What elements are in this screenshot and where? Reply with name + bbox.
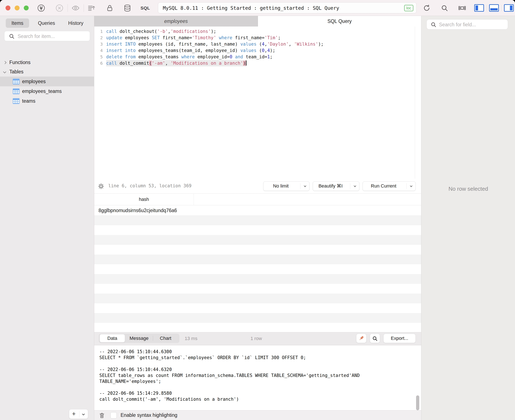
cursor-position-status: line 6, column 53, location 369 xyxy=(108,183,192,188)
line-number: 2 xyxy=(94,35,103,41)
eye-preview-icon[interactable] xyxy=(71,4,80,12)
tab-sql-query[interactable]: SQL Query xyxy=(258,16,421,27)
empty-grid-row xyxy=(94,225,421,235)
code-line[interactable]: 5delete from employees_teams where emplo… xyxy=(94,54,413,60)
code-line[interactable]: 4insert into employees_teams(team_id, em… xyxy=(94,47,413,54)
empty-grid-row xyxy=(94,313,421,323)
empty-grid-row xyxy=(94,323,421,332)
log-entry: -- 2022-06-06 15:14:29.8580 call dolt_co… xyxy=(99,390,409,402)
tab-data[interactable]: Data xyxy=(100,334,125,342)
pin-icon xyxy=(358,335,365,342)
table-name: employees_teams xyxy=(22,89,62,94)
sidebar-search-placeholder: Search for item... xyxy=(18,34,55,39)
empty-grid-row xyxy=(94,235,421,245)
chevron-down-icon xyxy=(3,70,7,75)
editor-tab-bar: employees SQL Query xyxy=(94,16,421,27)
tree-group-tables[interactable]: Tables xyxy=(0,67,94,77)
plus-icon: + xyxy=(72,410,76,417)
left-panel-glyph xyxy=(476,6,478,10)
pin-result-button[interactable] xyxy=(356,334,366,343)
chevron-right-icon xyxy=(3,60,8,65)
button-divider xyxy=(406,183,407,189)
table-icon xyxy=(13,89,20,94)
empty-grid-row xyxy=(94,284,421,293)
results-header-row: hash xyxy=(94,194,421,205)
tab-message[interactable]: Message xyxy=(125,334,153,342)
code-line[interactable]: 1call dolt_checkout('-b','modifications'… xyxy=(94,28,413,35)
code-line[interactable]: 6call dolt_commit('-am', 'Modifications … xyxy=(94,60,413,66)
sidebar-item-employees[interactable]: employees xyxy=(0,77,94,86)
tab-chart[interactable]: Chart xyxy=(153,334,178,342)
zoom-window-button[interactable] xyxy=(24,6,29,10)
refresh-icon[interactable] xyxy=(423,4,431,12)
sidebar-tab-history[interactable]: History xyxy=(64,18,88,28)
empty-grid-row xyxy=(94,293,421,303)
code-text: insert INTO employees (id, first_name, l… xyxy=(106,41,323,47)
tab-employees[interactable]: employees xyxy=(94,16,258,27)
line-number: 5 xyxy=(94,54,103,60)
beautify-button-label: Beautify ⌘I xyxy=(313,182,348,191)
right-panel-glyph xyxy=(510,6,512,10)
add-item-button[interactable]: + xyxy=(69,409,88,419)
search-results-button[interactable] xyxy=(370,334,380,343)
sql-editor[interactable]: 1call dolt_checkout('-b','modifications'… xyxy=(94,27,421,179)
run-queries-list-icon[interactable] xyxy=(87,4,96,12)
toolbar-separator xyxy=(84,4,84,12)
line-number: 4 xyxy=(94,47,103,54)
title-bar: SQL MySQL 8.0.11 : Getting Started : get… xyxy=(0,0,515,16)
log-entry: -- 2022-06-06 15:10:44.6300 SELECT * FRO… xyxy=(99,349,409,361)
tree-group-functions[interactable]: Functions xyxy=(0,58,94,67)
syntax-highlighting-label: Enable syntax highlighting xyxy=(121,412,177,418)
line-number: 3 xyxy=(94,41,103,47)
trash-icon[interactable] xyxy=(99,412,105,419)
sidebar-tab-queries[interactable]: Queries xyxy=(33,18,60,28)
sidebar-item-teams[interactable]: teams xyxy=(0,96,94,106)
beautify-button[interactable]: Beautify ⌘I xyxy=(313,181,359,191)
table-name: employees xyxy=(22,79,46,84)
lock-icon[interactable] xyxy=(106,4,114,12)
code-line[interactable]: 2update employees SET first_name='Timoth… xyxy=(94,35,413,41)
code-text: call dolt_commit('-am', 'Modifications o… xyxy=(106,60,246,66)
limit-dropdown[interactable]: No limit xyxy=(263,181,309,191)
result-row[interactable]: 8gglbpnomudsirns6u2cjeitundq76a6 xyxy=(94,205,421,216)
export-button[interactable]: Export... xyxy=(383,334,416,343)
database-icon[interactable] xyxy=(123,4,132,12)
toggle-left-panel-button[interactable] xyxy=(474,4,484,12)
connection-title-field: MySQL 8.0.11 : Getting Started : getting… xyxy=(158,2,416,13)
empty-grid-row xyxy=(94,245,421,255)
minimize-window-button[interactable] xyxy=(15,6,20,10)
toggle-bottom-panel-button[interactable] xyxy=(489,4,499,12)
log-footer-bar: Enable syntax highlighting xyxy=(94,410,421,420)
sql-mode-label: SQL xyxy=(140,6,150,11)
log-entry: -- 2022-06-06 15:10:44.6320 SELECT table… xyxy=(99,367,409,384)
gear-icon[interactable] xyxy=(98,183,104,190)
editor-status-bar: line 6, column 53, location 369 No limit… xyxy=(94,179,421,194)
sidebar-search-input[interactable]: Search for item... xyxy=(4,31,90,41)
sidebar-item-employees-teams[interactable]: employees_teams xyxy=(0,86,94,96)
results-grid[interactable]: 8gglbpnomudsirns6u2cjeitundq76a6 xyxy=(94,205,421,332)
connection-plug-icon[interactable] xyxy=(37,4,46,12)
tree-group-label: Functions xyxy=(9,60,31,65)
empty-grid-row xyxy=(94,255,421,264)
results-toolbar: Data Message Chart 13 ms 1 row xyxy=(94,332,421,345)
fit-width-icon[interactable] xyxy=(458,4,466,12)
field-search-input[interactable]: Search for field... xyxy=(426,19,508,30)
column-header-hash[interactable]: hash xyxy=(94,194,194,206)
toggle-right-panel-button[interactable] xyxy=(504,4,514,12)
log-scrollbar-thumb[interactable] xyxy=(416,395,419,410)
search-icon[interactable] xyxy=(440,4,449,12)
chevron-down-icon xyxy=(353,184,357,188)
code-line[interactable]: 3insert INTO employees (id, first_name, … xyxy=(94,41,413,47)
limit-dropdown-label: No limit xyxy=(263,182,298,191)
run-current-button[interactable]: Run Current xyxy=(362,181,416,191)
button-divider xyxy=(300,183,300,189)
disconnect-icon[interactable] xyxy=(55,4,64,12)
line-number: 6 xyxy=(94,60,103,66)
toolbar-separator xyxy=(68,4,68,12)
syntax-highlighting-checkbox[interactable] xyxy=(110,412,117,419)
sidebar-tab-items[interactable]: Items xyxy=(6,18,29,28)
close-window-button[interactable] xyxy=(6,6,10,10)
local-connection-badge: loc xyxy=(404,5,413,11)
query-log[interactable]: -- 2022-06-06 15:10:44.6300 SELECT * FRO… xyxy=(94,345,421,410)
search-icon xyxy=(372,335,378,342)
